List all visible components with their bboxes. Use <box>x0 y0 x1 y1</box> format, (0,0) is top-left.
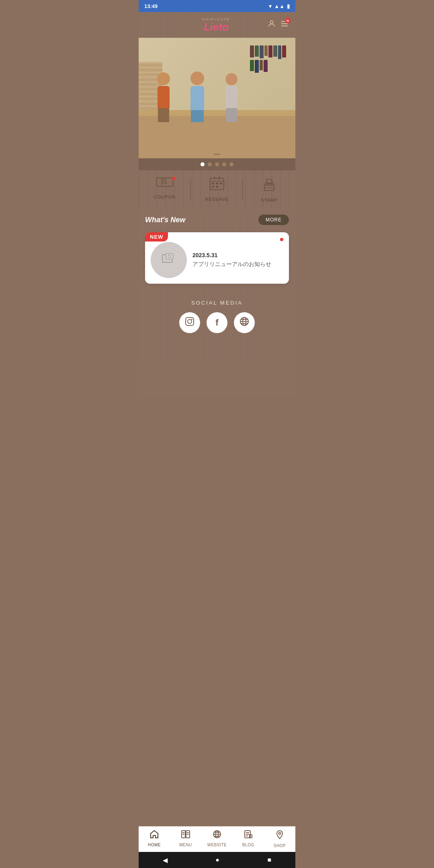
whats-new-header: What's New MORE <box>139 209 295 229</box>
news-card[interactable]: NEW 2023.5.31 アプリリニューアルのお知らせ <box>145 232 289 284</box>
coupon-notification-dot <box>172 177 175 180</box>
more-button[interactable]: MORE <box>258 215 289 225</box>
svg-rect-7 <box>162 183 164 184</box>
carousel-dots <box>139 158 295 170</box>
news-section: NEW 2023.5.31 アプリリニューアルのお知らせ <box>139 229 295 290</box>
card-content: 2023.5.31 アプリリニューアルのお知らせ <box>192 248 283 268</box>
svg-rect-15 <box>220 182 222 184</box>
whats-new-title: What's New <box>145 216 185 224</box>
stamp-icon <box>262 176 276 194</box>
wifi-icon: ▾ <box>269 3 272 9</box>
carousel-dot-3[interactable] <box>215 162 219 166</box>
svg-rect-17 <box>216 186 218 188</box>
social-label: SOCIAL MEDIA <box>145 300 289 306</box>
coupon-button[interactable]: COUPON <box>139 176 191 203</box>
globe-icon <box>240 317 249 329</box>
svg-point-26 <box>188 319 192 323</box>
thumbnail-icon <box>162 253 176 267</box>
battery-icon: ▮ <box>287 3 290 9</box>
social-icons-row: f <box>145 312 289 333</box>
hero-banner <box>139 38 295 158</box>
header-icons: N <box>267 19 289 31</box>
svg-rect-16 <box>212 186 214 188</box>
stamp-label: STAMP <box>261 198 278 203</box>
svg-rect-13 <box>212 182 214 184</box>
profile-icon <box>267 20 276 30</box>
svg-rect-8 <box>165 183 167 184</box>
carousel-dot-4[interactable] <box>222 162 226 166</box>
unread-dot <box>280 238 283 241</box>
reserve-button[interactable]: RESERVE <box>191 176 243 203</box>
reserve-label: RESERVE <box>205 197 229 202</box>
svg-rect-6 <box>162 179 166 181</box>
facebook-icon: f <box>215 317 218 328</box>
instagram-button[interactable] <box>179 312 200 333</box>
facebook-button[interactable]: f <box>207 312 227 333</box>
coupon-icon <box>156 176 173 191</box>
stamp-button[interactable]: STAMP <box>243 176 295 203</box>
status-bar: 13:49 ▾ ▲▲ ▮ <box>139 0 295 12</box>
status-time: 13:49 <box>144 3 158 9</box>
menu-button[interactable]: N <box>280 19 289 31</box>
coupon-label: COUPON <box>154 194 176 199</box>
action-row: COUPON RESERVE <box>139 170 295 209</box>
card-thumbnail <box>151 242 187 278</box>
notification-badge: N <box>285 18 291 23</box>
card-date: 2023.5.31 <box>192 252 283 258</box>
header-logo: HAIR×CAFE Lieto <box>165 17 267 33</box>
reserve-icon <box>209 176 225 194</box>
carousel-dot-2[interactable] <box>208 162 212 166</box>
svg-point-27 <box>191 319 192 320</box>
carousel-dot-5[interactable] <box>229 162 233 166</box>
social-media-section: SOCIAL MEDIA f <box>139 290 295 344</box>
profile-button[interactable] <box>267 19 276 31</box>
app-header: HAIR×CAFE Lieto N <box>139 12 295 38</box>
svg-point-0 <box>270 21 273 24</box>
svg-rect-25 <box>186 317 194 326</box>
svg-rect-14 <box>216 182 218 184</box>
card-title: アプリリニューアルのお知らせ <box>192 261 283 268</box>
instagram-icon <box>185 317 194 329</box>
new-badge: NEW <box>145 232 168 242</box>
signal-icon: ▲▲ <box>274 3 285 9</box>
status-icons: ▾ ▲▲ ▮ <box>269 3 290 9</box>
website-button[interactable] <box>234 312 255 333</box>
header-brand: Lieto <box>204 21 229 33</box>
svg-rect-23 <box>166 253 173 259</box>
carousel-dot-1[interactable] <box>201 162 205 166</box>
